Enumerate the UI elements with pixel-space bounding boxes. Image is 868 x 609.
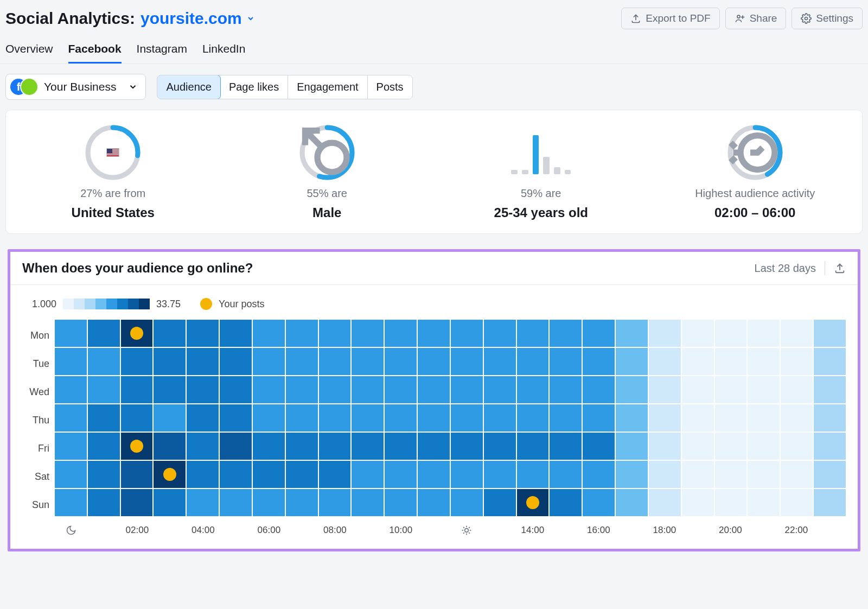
heatmap-cell[interactable] (286, 348, 318, 375)
heatmap-cell[interactable] (781, 461, 813, 488)
heatmap-cell[interactable] (154, 320, 186, 347)
heatmap-cell[interactable] (649, 348, 681, 375)
heatmap-cell[interactable] (583, 489, 615, 516)
heatmap-cell[interactable] (682, 461, 714, 488)
heatmap-cell[interactable] (352, 404, 384, 432)
heatmap-cell[interactable] (814, 489, 846, 516)
heatmap-cell[interactable] (484, 348, 516, 375)
heatmap-cell[interactable] (517, 433, 549, 460)
heatmap-cell[interactable] (385, 376, 417, 403)
heatmap-cell[interactable] (88, 348, 120, 375)
heatmap-cell[interactable] (781, 433, 813, 460)
heatmap-cell[interactable] (187, 404, 219, 432)
heatmap-cell[interactable] (187, 489, 219, 516)
heatmap-cell[interactable] (814, 348, 846, 375)
heatmap-cell[interactable] (418, 489, 450, 516)
heatmap-cell[interactable] (154, 433, 186, 460)
heatmap-cell[interactable] (55, 348, 87, 375)
heatmap-cell[interactable] (418, 376, 450, 403)
heatmap-cell[interactable] (253, 348, 285, 375)
heatmap-cell[interactable] (781, 404, 813, 432)
heatmap-cell[interactable] (154, 404, 186, 432)
heatmap-cell[interactable] (682, 376, 714, 403)
heatmap-cell[interactable] (715, 489, 747, 516)
business-selector[interactable]: Your Business (5, 74, 146, 100)
heatmap-cell[interactable] (352, 376, 384, 403)
heatmap-cell[interactable] (253, 489, 285, 516)
heatmap-cell[interactable] (451, 376, 483, 403)
heatmap-cell[interactable] (715, 404, 747, 432)
heatmap-cell[interactable] (154, 489, 186, 516)
heatmap-cell[interactable] (748, 433, 780, 460)
heatmap-cell[interactable] (253, 433, 285, 460)
tab-linkedin[interactable]: LinkedIn (202, 42, 245, 64)
heatmap-cell[interactable] (121, 433, 153, 460)
heatmap-cell[interactable] (616, 489, 648, 516)
heatmap-cell[interactable] (220, 489, 252, 516)
heatmap-cell[interactable] (418, 433, 450, 460)
heatmap-cell[interactable] (154, 461, 186, 488)
heatmap-cell[interactable] (121, 376, 153, 403)
heatmap-cell[interactable] (715, 433, 747, 460)
heatmap-cell[interactable] (121, 320, 153, 347)
heatmap-cell[interactable] (451, 461, 483, 488)
heatmap-cell[interactable] (748, 376, 780, 403)
heatmap-cell[interactable] (154, 376, 186, 403)
heatmap-cell[interactable] (88, 461, 120, 488)
heatmap-cell[interactable] (517, 320, 549, 347)
heatmap-cell[interactable] (649, 320, 681, 347)
segment-audience[interactable]: Audience (157, 75, 220, 99)
heatmap-cell[interactable] (385, 433, 417, 460)
heatmap-cell[interactable] (187, 320, 219, 347)
heatmap-cell[interactable] (385, 461, 417, 488)
heatmap-cell[interactable] (220, 320, 252, 347)
heatmap-cell[interactable] (616, 320, 648, 347)
heatmap-cell[interactable] (88, 320, 120, 347)
heatmap-cell[interactable] (418, 404, 450, 432)
heatmap-cell[interactable] (517, 404, 549, 432)
heatmap-cell[interactable] (220, 376, 252, 403)
heatmap-cell[interactable] (781, 489, 813, 516)
heatmap-cell[interactable] (88, 404, 120, 432)
heatmap-cell[interactable] (253, 404, 285, 432)
heatmap-cell[interactable] (517, 489, 549, 516)
heatmap-cell[interactable] (352, 348, 384, 375)
heatmap-cell[interactable] (319, 376, 351, 403)
heatmap-cell[interactable] (748, 404, 780, 432)
heatmap-cell[interactable] (319, 461, 351, 488)
heatmap-cell[interactable] (55, 404, 87, 432)
heatmap-cell[interactable] (616, 348, 648, 375)
heatmap-cell[interactable] (550, 376, 582, 403)
heatmap-cell[interactable] (715, 376, 747, 403)
heatmap-cell[interactable] (517, 348, 549, 375)
tab-facebook[interactable]: Facebook (68, 42, 122, 64)
heatmap-cell[interactable] (583, 433, 615, 460)
heatmap-cell[interactable] (682, 404, 714, 432)
heatmap-cell[interactable] (55, 376, 87, 403)
heatmap-cell[interactable] (187, 376, 219, 403)
heatmap-cell[interactable] (616, 461, 648, 488)
heatmap-cell[interactable] (121, 461, 153, 488)
heatmap-cell[interactable] (517, 461, 549, 488)
heatmap-cell[interactable] (682, 320, 714, 347)
heatmap-cell[interactable] (484, 461, 516, 488)
heatmap-cell[interactable] (583, 376, 615, 403)
export-pdf-button[interactable]: Export to PDF (621, 8, 719, 29)
heatmap-cell[interactable] (286, 461, 318, 488)
heatmap-cell[interactable] (385, 489, 417, 516)
heatmap-cell[interactable] (55, 461, 87, 488)
heatmap-cell[interactable] (550, 489, 582, 516)
heatmap-cell[interactable] (550, 320, 582, 347)
heatmap-cell[interactable] (814, 376, 846, 403)
heatmap-cell[interactable] (319, 348, 351, 375)
heatmap-cell[interactable] (550, 348, 582, 375)
heatmap-cell[interactable] (583, 348, 615, 375)
heatmap-cell[interactable] (649, 489, 681, 516)
heatmap-cell[interactable] (451, 320, 483, 347)
heatmap-cell[interactable] (484, 489, 516, 516)
heatmap-cell[interactable] (748, 461, 780, 488)
heatmap-cell[interactable] (781, 320, 813, 347)
heatmap-cell[interactable] (88, 376, 120, 403)
heatmap-cell[interactable] (220, 348, 252, 375)
heatmap-cell[interactable] (814, 433, 846, 460)
